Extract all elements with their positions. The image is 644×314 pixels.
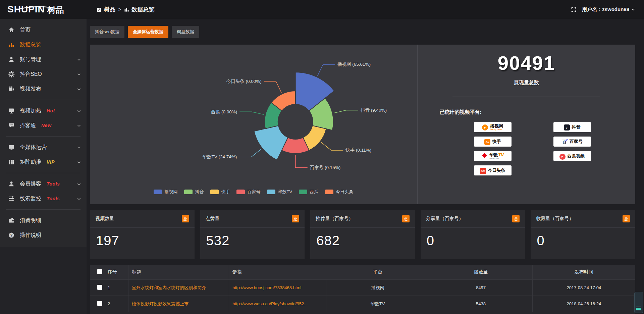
breadcrumb-separator: > (118, 7, 121, 12)
legend-label: 华数TV (278, 189, 292, 195)
header-right: 用户名：zswodun88 (571, 6, 644, 13)
chevron-down-icon (77, 197, 81, 201)
stat-card-label: 推荐量（百家号） (316, 216, 353, 222)
sidebar-item-data-overview[interactable]: 数据总览 (0, 37, 87, 52)
tab-media-ops-data[interactable]: 全媒体运营数据 (128, 26, 168, 38)
sidebar-item-home[interactable]: 首页 (0, 22, 87, 37)
legend-item-2[interactable]: 快手 (210, 189, 230, 195)
platforms-label: 已统计的视频平台: (440, 109, 482, 115)
breadcrumb-root[interactable]: 树品 (104, 6, 115, 13)
pie-slice-4[interactable] (254, 126, 288, 160)
cell-title-text[interactable]: 楼体投影灯投影效果震撼上市 (132, 301, 189, 307)
select-all-checkbox[interactable] (97, 269, 102, 274)
chat-icon (8, 122, 15, 129)
summary-divider (452, 97, 600, 97)
chevron-down-icon (77, 160, 81, 164)
pie-label-3: 百家号 (0.15%) (310, 165, 340, 170)
header-cell: 平台 (326, 265, 429, 279)
sidebar-menu: 首页数据总览账号管理抖音SEO视频发布视频加热Hot抖客通New全媒体运营矩阵助… (0, 22, 87, 243)
legend-chip-1 (184, 190, 193, 194)
row-checkbox[interactable] (97, 285, 102, 290)
sidebar-item-matrix-boost[interactable]: 矩阵助推VIP (0, 155, 87, 169)
cell-title-text[interactable]: 室外水纹灯和室内水纹灯的区别和简介 (132, 285, 206, 291)
total-badge[interactable]: 总 (623, 215, 630, 222)
table-row: 2楼体投影灯投影效果震撼上市http://www.wasu.cn/Play/sh… (90, 296, 635, 312)
chevron-down-icon (77, 109, 81, 113)
platform-name: 今日头条 (488, 168, 505, 173)
total-badge[interactable]: 总 (292, 215, 299, 222)
stat-card-3: 分享量（百家号）总0 (421, 210, 525, 259)
sidebar-item-badge: Hot (47, 108, 55, 113)
fullscreen-icon[interactable] (571, 7, 577, 12)
legend-item-6[interactable]: 今日头条 (325, 189, 353, 195)
sidebar-item-label: 视频加热 (20, 107, 41, 114)
cell-link-text[interactable]: http://www.wasu.cn/Play/show/id/952... (232, 301, 308, 306)
sidebar-item-account-manage[interactable]: 账号管理 (0, 52, 87, 67)
table-row: 1室外水纹灯和室内水纹灯的区别和简介http://www.boosj.com/7… (90, 279, 635, 296)
total-impressions-value: 90491 (498, 53, 555, 73)
sidebar-item-douyin-seo[interactable]: 抖音SEO (0, 67, 87, 82)
sidebar-item-label: 全媒体运营 (20, 144, 47, 151)
stat-card-label: 分享量（百家号） (426, 216, 464, 222)
legend-chip-5 (299, 190, 307, 194)
legend-item-0[interactable]: 播视网 (154, 189, 177, 195)
row-checkbox[interactable] (97, 301, 102, 306)
edit-square-icon (97, 7, 102, 12)
cell-plays-text: 5438 (476, 301, 486, 306)
platform-name: 抖音 (572, 125, 581, 129)
platform-badge-douyin: ♪抖音 (553, 122, 591, 132)
cell-link-text[interactable]: http://www.boosj.com/7338468.html (232, 285, 301, 290)
cell-platform-text: 华数TV (371, 301, 385, 307)
stat-card-header: 收藏量（百家号）总 (531, 210, 635, 228)
header-cell: 标题 (128, 265, 229, 279)
checkbox-cell (90, 301, 104, 307)
total-badge[interactable]: 总 (182, 215, 189, 222)
sidebar-item-media-ops[interactable]: 全媒体运营 (0, 140, 87, 155)
legend-item-1[interactable]: 抖音 (184, 189, 204, 195)
wasu-star-icon (481, 153, 487, 160)
grid-icon (8, 159, 15, 165)
sidebar-item-video-publish[interactable]: 视频发布 (0, 82, 87, 96)
pie-label-line-4 (239, 149, 261, 157)
stat-card-1: 点赞量总532 (200, 210, 305, 259)
breadcrumb-current[interactable]: 数据总览 (131, 6, 154, 13)
pie-label-5: 西瓜 (0.00%) (211, 109, 237, 114)
header-cell: 链接 (229, 265, 326, 279)
chevron-down-icon (77, 72, 81, 76)
sidebar-item-label: 视频发布 (20, 86, 41, 93)
cell-time-text: 2017-08-24 17:04 (567, 285, 601, 290)
sidebar-item-video-heat[interactable]: 视频加热Hot (0, 103, 87, 118)
sidebar-item-douketong[interactable]: 抖客通New (0, 118, 87, 133)
legend-chip-0 (154, 190, 162, 194)
sidebar-item-clue-monitor[interactable]: 线索监控Tools (0, 191, 87, 206)
legend-label: 抖音 (195, 189, 204, 195)
sidebar-divider (6, 209, 80, 210)
total-badge[interactable]: 总 (512, 215, 520, 222)
stat-card-value: 532 (200, 228, 305, 254)
sidebar-item-member-baoke[interactable]: 会员爆客Tools (0, 176, 87, 191)
stat-card-value: 0 (421, 228, 525, 254)
floating-widget[interactable] (634, 292, 643, 313)
sidebar-divider (6, 173, 80, 173)
bar-chart-icon (8, 41, 15, 48)
tab-douyin-seo-data[interactable]: 抖音seo数据 (90, 26, 124, 38)
total-badge[interactable]: 总 (402, 215, 410, 222)
legend-item-4[interactable]: 华数TV (267, 189, 292, 195)
kuaishou-icon: Oo (484, 138, 490, 145)
sidebar: 首页数据总览账号管理抖音SEO视频发布视频加热Hot抖客通New全媒体运营矩阵助… (0, 19, 87, 314)
legend-chip-2 (210, 190, 219, 194)
legend-label: 西瓜 (310, 189, 318, 195)
sliders-icon (8, 195, 15, 202)
table-header-row: 序号标题链接平台播放量发布时间 (90, 265, 635, 279)
stat-card-label: 点赞量 (206, 216, 220, 222)
sidebar-item-help[interactable]: ?操作说明 (0, 228, 87, 243)
tab-inquiry-data[interactable]: 询盘数据 (172, 26, 199, 38)
breadcrumb: 树品 > 数据总览 (97, 6, 154, 13)
legend-item-3[interactable]: 百家号 (236, 189, 260, 195)
pie-label-line-1 (334, 110, 358, 113)
legend-item-5[interactable]: 西瓜 (299, 189, 318, 195)
user-menu[interactable]: 用户名：zswodun88 (582, 6, 635, 13)
sidebar-item-consume-detail[interactable]: 消费明细 (0, 213, 87, 228)
legend-label: 百家号 (247, 189, 260, 195)
cell-title: 室外水纹灯和室内水纹灯的区别和简介 (128, 280, 229, 296)
